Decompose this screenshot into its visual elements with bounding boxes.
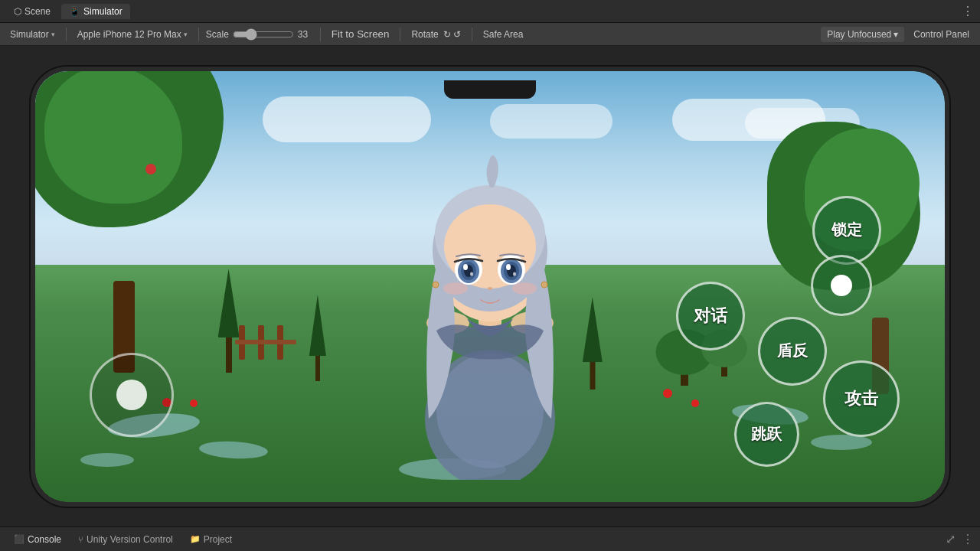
svg-point-1 bbox=[436, 354, 544, 468]
project-tab[interactable]: 📁 Project bbox=[182, 530, 240, 549]
dialog-button[interactable]: 对话 bbox=[676, 282, 745, 350]
svg-point-20 bbox=[513, 272, 516, 276]
top-tab-bar: ⬡ Scene 📱 Simulator ⋮ bbox=[0, 0, 980, 23]
attack-button[interactable]: 攻击 bbox=[823, 360, 900, 437]
rotate-ccw-icon: ↺ bbox=[453, 29, 461, 40]
flower-3 bbox=[663, 389, 672, 398]
svg-point-23 bbox=[512, 282, 537, 295]
toolbar-separator bbox=[66, 28, 67, 41]
fence bbox=[235, 321, 296, 360]
chevron-down-icon: ▾ bbox=[893, 29, 898, 40]
bottom-dots-button[interactable]: ⋮ bbox=[962, 532, 974, 546]
joystick[interactable] bbox=[90, 353, 174, 437]
joystick-inner bbox=[116, 380, 147, 410]
toolbar-right: Play Unfocused ▾ Control Panel bbox=[821, 27, 974, 42]
svg-point-13 bbox=[463, 264, 468, 270]
scale-slider[interactable] bbox=[233, 28, 294, 41]
simulator-toolbar: Simulator ▾ Apple iPhone 12 Pro Max ▾ Sc… bbox=[0, 23, 980, 46]
rotate-button[interactable]: Rotate ↻ ↺ bbox=[407, 28, 464, 41]
rotate-cw-icon: ↻ bbox=[443, 29, 451, 40]
game-scene: 对话 锁定 盾反 攻击 跳跃 bbox=[35, 71, 945, 502]
shield-button[interactable]: 盾反 bbox=[758, 317, 827, 386]
bottom-right-controls: ⤢ ⋮ bbox=[946, 532, 974, 546]
bottom-bar: ⬛ Console ⑂ Unity Version Control 📁 Proj… bbox=[0, 527, 980, 551]
scale-control: Scale 33 bbox=[206, 28, 313, 41]
side-scroll-arrow[interactable]: › bbox=[944, 279, 948, 293]
phone-frame: 对话 锁定 盾反 攻击 跳跃 bbox=[31, 67, 949, 507]
toolbar-separator bbox=[472, 28, 472, 41]
maximize-button[interactable]: ⤢ bbox=[946, 532, 956, 546]
svg-point-21 bbox=[488, 287, 492, 290]
scene-icon: ⬡ bbox=[14, 6, 21, 17]
lock-button[interactable]: 锁定 bbox=[812, 196, 881, 265]
svg-point-14 bbox=[470, 272, 473, 276]
chevron-down-icon: ▾ bbox=[184, 31, 188, 38]
dot-button-inner bbox=[831, 275, 852, 296]
toolbar-separator bbox=[198, 28, 199, 41]
play-unfocused-button[interactable]: Play Unfocused ▾ bbox=[821, 27, 904, 42]
jump-button[interactable]: 跳跃 bbox=[734, 402, 799, 467]
chevron-down-icon: ▾ bbox=[51, 31, 55, 38]
vcs-icon: ⑂ bbox=[78, 535, 83, 544]
character bbox=[360, 128, 620, 480]
vcs-tab[interactable]: ⑂ Unity Version Control bbox=[70, 530, 181, 549]
phone-notch bbox=[444, 80, 536, 99]
mid-tree-2 bbox=[308, 297, 327, 381]
console-tab[interactable]: ⬛ Console bbox=[6, 530, 69, 549]
device-selector[interactable]: Apple iPhone 12 Pro Max ▾ bbox=[74, 28, 191, 41]
flower-4 bbox=[691, 399, 699, 407]
safe-area-button[interactable]: Safe Area bbox=[479, 28, 528, 41]
tab-simulator[interactable]: 📱 Simulator bbox=[61, 4, 130, 19]
tab-scene[interactable]: ⬡ Scene bbox=[6, 4, 58, 19]
svg-point-22 bbox=[443, 282, 468, 295]
simulator-dropdown[interactable]: Simulator ▾ bbox=[6, 28, 59, 41]
flower-2 bbox=[190, 399, 198, 407]
scale-value: 33 bbox=[298, 29, 313, 40]
toolbar-separator bbox=[400, 28, 400, 41]
svg-point-19 bbox=[506, 264, 511, 270]
folder-icon: 📁 bbox=[190, 534, 201, 544]
console-icon: ⬛ bbox=[14, 534, 24, 544]
toolbar-separator bbox=[320, 28, 321, 41]
simulator-icon: 📱 bbox=[69, 6, 80, 17]
more-options-button[interactable]: ⋮ bbox=[962, 4, 974, 18]
svg-point-24 bbox=[433, 282, 439, 288]
fit-to-screen-button[interactable]: Fit to Screen bbox=[328, 27, 394, 41]
svg-point-25 bbox=[541, 282, 547, 288]
tree-left bbox=[35, 82, 231, 373]
control-panel-button[interactable]: Control Panel bbox=[909, 27, 974, 42]
dot-button[interactable] bbox=[811, 255, 872, 316]
main-simulator-area: 对话 锁定 盾反 攻击 跳跃 bbox=[0, 46, 980, 527]
